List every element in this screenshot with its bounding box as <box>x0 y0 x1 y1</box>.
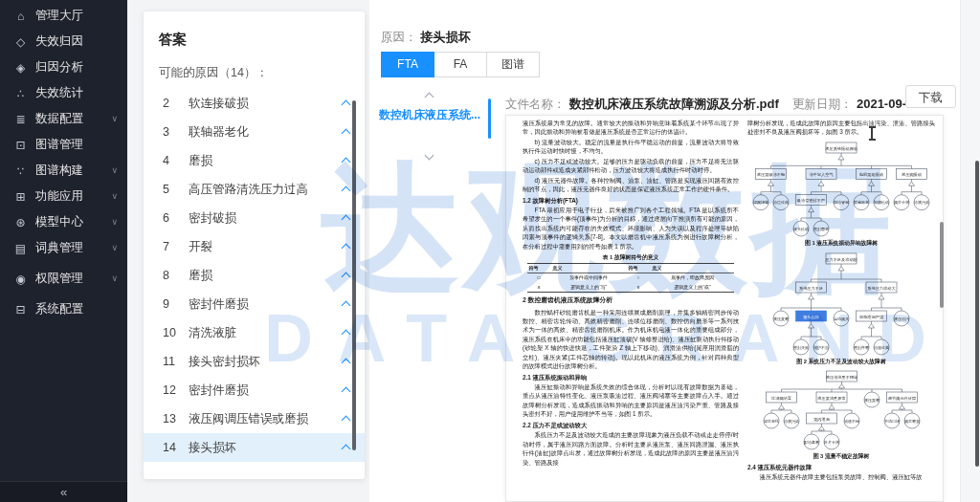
chevron-up-icon[interactable] <box>342 186 351 196</box>
app-root: ⌂管理大厅◇失效归因◈归因分析∴失效统计≣数据配置∨⊡图谱管理∵图谱构建∨⊞功能… <box>0 0 980 502</box>
cause-row-14[interactable]: 14接头损坏 <box>144 433 365 462</box>
svg-text:油液污染: 油液污染 <box>784 419 799 424</box>
cause-row-9[interactable]: 9密封件磨损 <box>144 290 365 318</box>
sidebar-item-5[interactable]: ⊡图谱管理 <box>0 132 127 158</box>
doc-nav-up-icon[interactable] <box>426 87 433 104</box>
cause-row-6[interactable]: 6密封破损 <box>144 204 365 232</box>
chevron-up-icon[interactable] <box>342 158 351 167</box>
sidebar-item-1[interactable]: ◇失效归因 <box>0 29 127 55</box>
answer-title: 答案 <box>144 11 365 49</box>
cause-number: 2 <box>163 97 189 110</box>
svg-text:节流口堵: 节流口堵 <box>884 419 900 424</box>
cause-number: 5 <box>163 183 189 196</box>
svg-text:液压泵吸油不畅: 液压泵吸油不畅 <box>757 172 785 177</box>
user-icon: ◉ <box>13 273 28 286</box>
cause-list-scrollbar[interactable] <box>352 100 356 450</box>
cause-row-2[interactable]: 2软连接破损 <box>144 89 365 118</box>
chevron-down-icon: ∨ <box>111 274 118 283</box>
cause-row-7[interactable]: 7开裂 <box>144 232 365 261</box>
download-button[interactable]: 下载 <box>905 85 956 108</box>
pdf-page: 液压系统最为常见的故障。通常较大的振动和异响意味着系统某个环节出现了异常，因此振… <box>505 115 944 502</box>
table1-caption: 表 1 故障树符号的意义 <box>523 253 739 262</box>
chevron-up-icon[interactable] <box>342 301 351 311</box>
sidebar-item-3[interactable]: ∴失效统计 <box>0 80 127 106</box>
figure-caption: 图 3 流量不稳定故障树 <box>747 452 935 461</box>
figure-caption: 图 1 液压系统振动异响故障树 <box>747 239 935 248</box>
chevron-up-icon[interactable] <box>342 359 351 368</box>
sidebar-item-label: 失效归因 <box>35 33 83 50</box>
sidebar-item-8[interactable]: ⊛模型中心∨ <box>0 209 127 235</box>
stats-nodes-icon: ∴ <box>13 87 28 100</box>
settings-icon: ⊟ <box>13 303 28 316</box>
cause-row-3[interactable]: 3联轴器老化 <box>144 118 365 146</box>
graph-build-icon: ∵ <box>13 164 28 178</box>
svg-text:泵内泄漏: 泵内泄漏 <box>813 417 830 422</box>
svg-text:液压油流量不稳定: 液压油流量不稳定 <box>825 375 858 380</box>
cause-row-10[interactable]: 10清洗液脏 <box>144 318 365 347</box>
page-scrollbar[interactable] <box>975 161 979 467</box>
tab-fa[interactable]: FA <box>434 52 487 77</box>
chevron-up-icon[interactable] <box>342 330 351 339</box>
pdf-paragraph: 液压缸振动和异响是系统失效的综合体现，分析时以现有故障数据为基础，重点从液压油特… <box>523 382 739 419</box>
pdf-paragraph: FTA 最初应用于电子行业，后来被推广到各个工程领域。FTA 是以系统所不希望发… <box>523 206 739 251</box>
pdf-paragraph: 障树分析发现，造成此故障的原因主要包括出油污染、泄油、管路接头处密封不良及液压阀… <box>747 119 935 137</box>
sidebar-item-11[interactable]: ⊟系统配置 <box>0 296 127 322</box>
svg-text:油中混入空气: 油中混入空气 <box>809 172 833 177</box>
cause-row-12[interactable]: 12密封件磨损 <box>144 376 365 404</box>
pdf-paragraph: d) 液压元器件故障。各种控制阀、油泵、油缸、管路是实现液压回路有效控制的节点，… <box>523 176 739 194</box>
sidebar-item-label: 图谱管理 <box>35 137 83 153</box>
dictionary-icon: ▤ <box>13 242 28 255</box>
cause-label: 接头损坏 <box>189 440 236 456</box>
svg-text:油液污染: 油液污染 <box>914 200 929 205</box>
tab-图谱[interactable]: 图谱 <box>487 52 540 77</box>
cause-number: 8 <box>163 269 189 282</box>
cause-label: 联轴器老化 <box>189 124 249 141</box>
sidebar-item-9[interactable]: ▤词典管理∨ <box>0 235 127 261</box>
chevron-up-icon[interactable] <box>342 445 351 454</box>
sidebar-item-10[interactable]: ◉权限管理∨ <box>0 266 127 292</box>
svg-text:密封件磨: 密封件磨 <box>854 344 869 349</box>
sidebar-menu: ⌂管理大厅◇失效归因◈归因分析∴失效统计≣数据配置∨⊡图谱管理∵图谱构建∨⊞功能… <box>0 0 127 322</box>
reason-row: 原因：接头损坏 <box>381 29 471 46</box>
cause-row-5[interactable]: 5高压管路清洗压力过高 <box>144 175 365 204</box>
cause-number: 10 <box>163 326 189 339</box>
tab-fta[interactable]: FTA <box>381 52 434 77</box>
doc-link[interactable]: 数控机床液压系统... <box>375 107 484 123</box>
fault-tree-figure-1: 液压系统振动异响液压泵吸油不畅滤网堵塞油位过低油中混入空气吸油管密封不严接头松动… <box>752 139 930 238</box>
chevron-up-icon[interactable] <box>342 416 351 426</box>
fault-tree-figure-2: 压力不足及波动较系统压力不足液压泵磨接头损坏密封失效维护不当溢流阀失系统压力波动… <box>772 250 910 357</box>
chevron-up-icon[interactable] <box>342 387 351 397</box>
sidebar-item-label: 管理大厅 <box>35 8 83 24</box>
sidebar-item-0[interactable]: ⌂管理大厅 <box>0 3 127 29</box>
svg-text:液压泵磨: 液压泵磨 <box>773 316 789 320</box>
sidebar-item-6[interactable]: ∵图谱构建∨ <box>0 158 127 184</box>
cause-row-8[interactable]: 8磨损 <box>144 261 365 290</box>
cause-label: 磨损 <box>189 153 212 169</box>
cause-label: 密封破损 <box>189 210 236 227</box>
chevron-up-icon[interactable] <box>342 215 351 225</box>
cause-number: 4 <box>163 154 189 167</box>
detail-panel: 原因：接头损坏 FTAFA图谱 数控机床液压系统... 文件名称： 数控机床液压… <box>369 0 980 502</box>
cause-row-4[interactable]: 4磨损 <box>144 146 365 175</box>
cause-row-13[interactable]: 13液压阀调压错误或磨损 <box>144 404 365 433</box>
doc-nav-down-icon[interactable] <box>426 145 433 163</box>
pdf-figure-1: 液压系统振动异响液压泵吸油不畅滤网堵塞油位过低油中混入空气吸油管密封不严接头松动… <box>747 139 935 238</box>
reason-value: 接头损坏 <box>421 30 471 44</box>
pdf-heading: 1.2 故障树分析(FTA) <box>523 196 739 205</box>
pdf-heading: 2.1 液压系统振动和异响 <box>523 373 739 382</box>
chevron-up-icon[interactable] <box>342 100 351 110</box>
pdf-scrollbar[interactable] <box>940 222 944 308</box>
chevron-up-icon[interactable] <box>342 273 351 282</box>
answer-card: 答案 可能的原因（14）： 2软连接破损3联轴器老化4磨损5高压管路清洗压力过高… <box>144 11 365 479</box>
cause-label: 磨损 <box>189 268 212 284</box>
chevron-up-icon[interactable] <box>342 244 351 253</box>
sidebar-item-2[interactable]: ◈归因分析 <box>0 55 127 80</box>
cause-row-11[interactable]: 11接头密封损坏 <box>144 347 365 376</box>
fault-tree-figure-3: 液压油流量不稳定过滤网堵塞滤芯老化油液污染液压泵流量异常泵内泄漏配油盘磨叶片卡滞… <box>763 367 921 451</box>
sidebar-item-4[interactable]: ≣数据配置∨ <box>0 106 127 132</box>
sidebar-collapse-button[interactable]: « <box>0 481 127 502</box>
sidebar-item-7[interactable]: ⊞功能应用∨ <box>0 184 127 209</box>
cause-number: 7 <box>163 240 189 253</box>
svg-text:液压泵磨: 液压泵磨 <box>864 398 880 403</box>
chevron-up-icon[interactable] <box>342 129 351 139</box>
